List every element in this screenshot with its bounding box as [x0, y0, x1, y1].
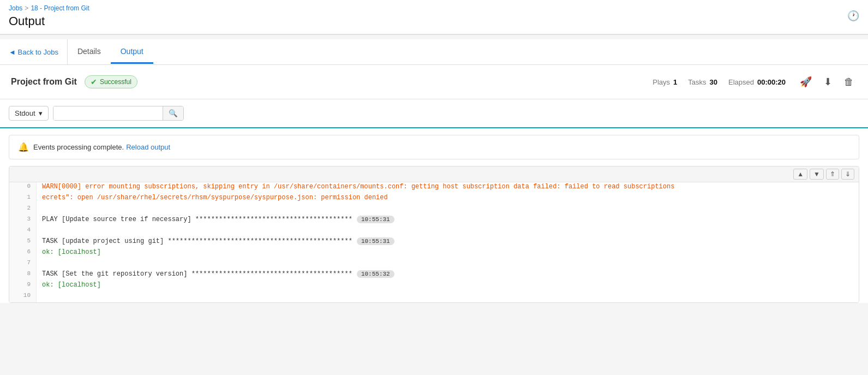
- breadcrumb-separator: >: [25, 4, 28, 12]
- line-content: ok: [localhost]: [37, 248, 859, 259]
- table-row: 6ok: [localhost]: [9, 248, 859, 259]
- line-number: 7: [9, 259, 37, 270]
- table-row: 7: [9, 259, 859, 270]
- job-actions: 🚀 ⬇ 🗑: [797, 74, 857, 90]
- breadcrumb: Jobs > 18 - Project from Git: [9, 4, 859, 12]
- breadcrumb-job-link[interactable]: 18 - Project from Git: [31, 4, 89, 12]
- plays-value: 1: [673, 78, 677, 86]
- job-title: Project from Git: [11, 77, 77, 87]
- stdout-select-wrapper[interactable]: Stdout ▾: [9, 106, 49, 121]
- scroll-bottom-button[interactable]: ⇓: [841, 169, 854, 180]
- line-content: [37, 291, 859, 302]
- output-toolbar: ▲ ▼ ⇑ ⇓: [9, 166, 859, 182]
- tabs-bar: ◄ Back to Jobs Details Output: [0, 39, 868, 65]
- line-number: 1: [9, 193, 37, 204]
- line-content: WARN[0000] error mounting subscriptions,…: [37, 182, 859, 193]
- bell-icon: 🔔: [18, 142, 29, 152]
- scroll-down-button[interactable]: ▼: [810, 169, 824, 180]
- download-button[interactable]: ⬇: [821, 74, 835, 90]
- tab-details[interactable]: Details: [68, 40, 111, 64]
- back-to-jobs-button[interactable]: ◄ Back to Jobs: [0, 39, 68, 64]
- line-content: [37, 204, 859, 215]
- line-number: 8: [9, 270, 37, 281]
- scroll-top-button[interactable]: ⇑: [826, 169, 839, 180]
- output-controls: Stdout ▾ 🔍: [0, 99, 868, 128]
- table-row: 3PLAY [Update source tree if necessary] …: [9, 215, 859, 226]
- time-badge: 10:55:31: [357, 216, 394, 223]
- line-content: [37, 259, 859, 270]
- table-row: 5TASK [update project using git] *******…: [9, 237, 859, 248]
- table-row: 10: [9, 291, 859, 302]
- search-input[interactable]: [53, 106, 163, 120]
- plays-stat: Plays 1: [653, 78, 677, 86]
- table-row: 4: [9, 226, 859, 237]
- tasks-label: Tasks: [688, 78, 706, 86]
- line-content: TASK [Set the git repository version] **…: [37, 270, 859, 281]
- line-content: PLAY [Update source tree if necessary] *…: [37, 215, 859, 226]
- stdout-label: Stdout: [15, 109, 35, 117]
- line-content: ecrets": open /usr/share/rhel/secrets/rh…: [37, 193, 859, 204]
- status-label: Successful: [100, 78, 131, 86]
- line-number: 5: [9, 237, 37, 248]
- scroll-up-button[interactable]: ▲: [793, 169, 807, 180]
- status-badge: ✔ Successful: [85, 75, 137, 88]
- line-number: 6: [9, 248, 37, 259]
- table-row: 2: [9, 204, 859, 215]
- line-content: ok: [localhost]: [37, 281, 859, 291]
- line-content: TASK [update project using git] ********…: [37, 237, 859, 248]
- table-row: 9ok: [localhost]: [9, 281, 859, 291]
- history-button[interactable]: 🕐: [847, 10, 859, 22]
- line-content: [37, 226, 859, 237]
- line-number: 9: [9, 281, 37, 291]
- rocket-button[interactable]: 🚀: [797, 74, 815, 90]
- table-row: 0WARN[0000] error mounting subscriptions…: [9, 182, 859, 193]
- line-number: 3: [9, 215, 37, 226]
- check-icon: ✔: [91, 78, 97, 86]
- tasks-stat: Tasks 30: [688, 78, 717, 86]
- history-icon: 🕐: [847, 10, 859, 21]
- search-button[interactable]: 🔍: [163, 106, 183, 120]
- events-banner: 🔔 Events processing complete. Reload out…: [9, 135, 859, 159]
- job-header: Project from Git ✔ Successful Plays 1 Ta…: [0, 65, 868, 99]
- tasks-value: 30: [710, 78, 717, 86]
- events-message: Events processing complete.: [33, 143, 124, 151]
- time-badge: 10:55:31: [357, 237, 394, 245]
- search-box: 🔍: [53, 106, 184, 121]
- table-row: 1ecrets": open /usr/share/rhel/secrets/r…: [9, 193, 859, 204]
- breadcrumb-jobs-link[interactable]: Jobs: [9, 4, 22, 12]
- line-number: 2: [9, 204, 37, 215]
- elapsed-label: Elapsed: [728, 78, 754, 86]
- output-area: ▲ ▼ ⇑ ⇓ 0WARN[0000] error mounting subsc…: [9, 166, 859, 303]
- code-output: 0WARN[0000] error mounting subscriptions…: [9, 182, 859, 302]
- elapsed-value: 00:00:20: [757, 78, 786, 86]
- time-badge: 10:55:32: [357, 270, 394, 278]
- delete-button[interactable]: 🗑: [841, 74, 857, 90]
- dropdown-arrow-icon: ▾: [39, 109, 43, 117]
- table-row: 8TASK [Set the git repository version] *…: [9, 270, 859, 281]
- reload-output-link[interactable]: Reload output: [126, 143, 170, 151]
- page-title: Output: [9, 14, 859, 28]
- line-number: 10: [9, 291, 37, 302]
- tab-output[interactable]: Output: [111, 40, 153, 64]
- elapsed-stat: Elapsed 00:00:20: [728, 78, 786, 86]
- job-stats: Plays 1 Tasks 30 Elapsed 00:00:20: [653, 78, 786, 86]
- plays-label: Plays: [653, 78, 670, 86]
- line-number: 4: [9, 226, 37, 237]
- line-number: 0: [9, 182, 37, 193]
